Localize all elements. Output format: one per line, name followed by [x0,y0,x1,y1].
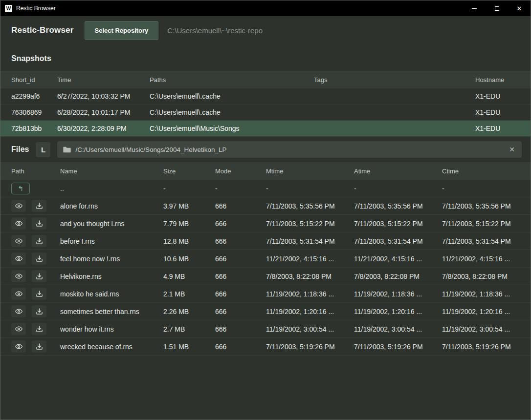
preview-file-button[interactable] [11,323,26,335]
file-mtime: 7/11/2003, 5:35:56 PM [266,202,354,210]
snapshot-row[interactable]: 72b813bb 6/30/2022, 2:28:09 PM C:\Users\… [0,121,531,137]
file-mode: 666 [215,308,266,315]
file-name: Helvikone.rns [60,273,163,280]
column-header-mode: Mode [215,168,266,175]
file-mtime: 7/8/2003, 8:22:08 PM [266,273,354,280]
file-size: 12.8 MB [163,237,215,245]
preview-file-button[interactable] [11,217,26,230]
file-mtime: 11/19/2002, 1:18:36 ... [266,290,354,298]
tree-view-toggle-button[interactable]: L [36,142,50,157]
snapshot-row[interactable]: 76306869 6/28/2022, 10:01:17 PM C:\Users… [0,105,531,121]
file-size: 4.9 MB [163,273,215,280]
file-mtime: 7/11/2003, 5:19:26 PM [266,343,354,351]
download-icon [36,290,43,297]
file-row: and you thought I.rns 7.79 MB 666 7/11/2… [0,215,531,232]
column-header-atime: Atime [354,168,442,175]
file-atime: 7/11/2003, 5:15:22 PM [354,220,442,228]
snapshot-hostname: X1-EDU [475,108,520,116]
file-atime: 7/11/2003, 5:35:56 PM [354,202,442,210]
column-header-hostname: Hostname [475,76,520,84]
file-atime: 11/19/2002, 1:18:36 ... [354,290,442,298]
minimize-icon [472,8,477,9]
download-file-button[interactable] [32,200,46,212]
eye-icon [15,343,23,350]
file-atime: 7/11/2003, 5:31:54 PM [354,237,442,245]
minimize-button[interactable] [463,0,486,16]
file-ctime: 7/11/2003, 5:19:26 PM [442,343,520,351]
preview-file-button[interactable] [11,270,26,282]
file-mtime: 7/11/2003, 5:15:22 PM [266,220,354,228]
download-file-button[interactable] [32,270,46,282]
file-name: before I.rns [60,237,163,245]
file-mode: 666 [215,343,266,351]
file-mode: 666 [215,220,266,228]
file-mode: 666 [215,202,266,210]
eye-icon [15,202,23,210]
column-header-path: Path [11,168,60,175]
app-title: Restic-Browser [11,25,74,35]
snapshot-row[interactable]: a2299af6 6/27/2022, 10:03:32 PM C:\Users… [0,88,531,105]
file-mode: 666 [215,237,266,245]
snapshots-table: Short_id Time Paths Tags Hostname a2299a… [0,71,531,137]
file-ctime: 11/21/2002, 4:15:16 ... [442,255,520,263]
download-icon [36,237,43,245]
titlebar: W Restic Browser ✕ [0,0,531,16]
maximize-button[interactable] [486,0,508,16]
clear-path-button[interactable]: ✕ [508,146,516,153]
snapshots-table-header: Short_id Time Paths Tags Hostname [0,71,531,88]
eye-icon [15,273,23,280]
file-size: - [163,185,215,192]
file-name: wrecked because of.rns [60,343,163,351]
preview-file-button[interactable] [11,252,26,265]
download-file-button[interactable] [32,305,46,317]
preview-file-button[interactable] [11,288,26,300]
file-mtime: 11/19/2002, 1:20:16 ... [266,308,354,315]
preview-file-button[interactable] [11,305,26,317]
close-icon: ✕ [517,5,522,12]
snapshot-paths: C:\Users\emuell\.cache [150,92,314,100]
files-table: Path Name Size Mode Mtime Atime Ctime ↰ … [0,162,531,356]
file-ctime: - [442,185,520,192]
download-icon [36,273,43,280]
download-file-button[interactable] [32,217,46,230]
download-icon [36,325,43,333]
go-to-parent-directory-button[interactable]: ↰ [11,183,30,194]
column-header-name: Name [60,168,163,175]
column-header-paths: Paths [150,76,314,84]
preview-file-button[interactable] [11,235,26,247]
download-file-button[interactable] [32,288,46,300]
snapshot-paths: C:\Users\emuell\Music\Songs [150,125,314,132]
file-row: sometimes better than.rns 2.26 MB 666 11… [0,303,531,320]
column-header-tags: Tags [314,76,475,84]
preview-file-button[interactable] [11,200,26,212]
current-path-bar[interactable]: /C:/Users/emuell/Music/Songs/2004_Helvet… [57,141,522,158]
file-mtime: 11/19/2002, 3:00:54 ... [266,325,354,333]
download-file-button[interactable] [32,340,46,353]
maximize-icon [495,6,499,11]
file-name: .. [60,185,163,192]
file-size: 2.7 MB [163,325,215,333]
eye-icon [15,290,23,297]
download-file-button[interactable] [32,235,46,247]
snapshot-paths: C:\Users\emuell\.cache [150,108,314,116]
column-header-ctime: Ctime [442,168,520,175]
titlebar-left: W Restic Browser [0,5,463,12]
file-ctime: 7/11/2003, 5:15:22 PM [442,220,520,228]
file-mtime: 7/11/2003, 5:31:54 PM [266,237,354,245]
file-mode: 666 [215,290,266,298]
file-size: 7.79 MB [163,220,215,228]
file-ctime: 11/19/2002, 3:00:54 ... [442,325,520,333]
close-button[interactable]: ✕ [508,0,531,16]
snapshots-rows: a2299af6 6/27/2022, 10:03:32 PM C:\Users… [0,88,531,137]
file-atime: 11/19/2002, 1:20:16 ... [354,308,442,315]
preview-file-button[interactable] [11,340,26,353]
files-bar: Files L /C:/Users/emuell/Music/Songs/200… [0,137,531,162]
download-file-button[interactable] [32,252,46,265]
file-size: 10.6 MB [163,255,215,263]
download-file-button[interactable] [32,323,46,335]
parent-directory-row: ↰ .. - - - - - [0,180,531,197]
select-repository-button[interactable]: Select Repository [85,21,159,40]
download-icon [36,343,43,350]
file-mode: 666 [215,255,266,263]
download-icon [36,255,43,262]
